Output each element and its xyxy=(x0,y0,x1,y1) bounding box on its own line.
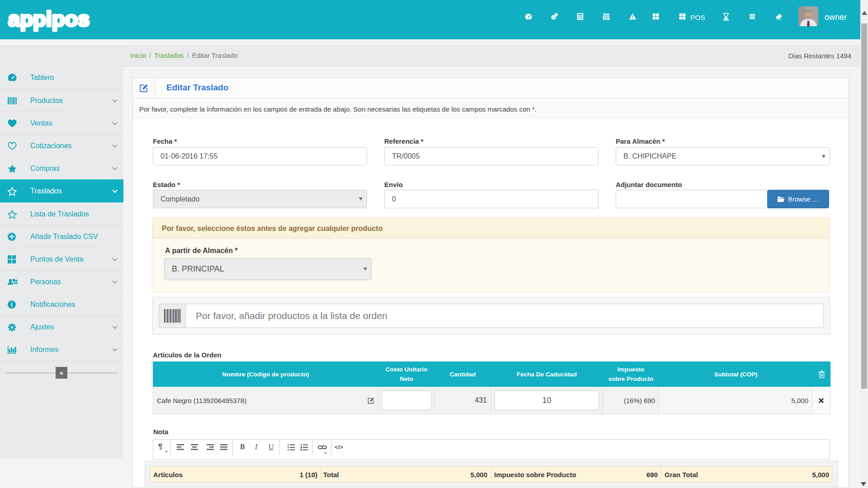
svg-text:appipos: appipos xyxy=(8,7,90,31)
